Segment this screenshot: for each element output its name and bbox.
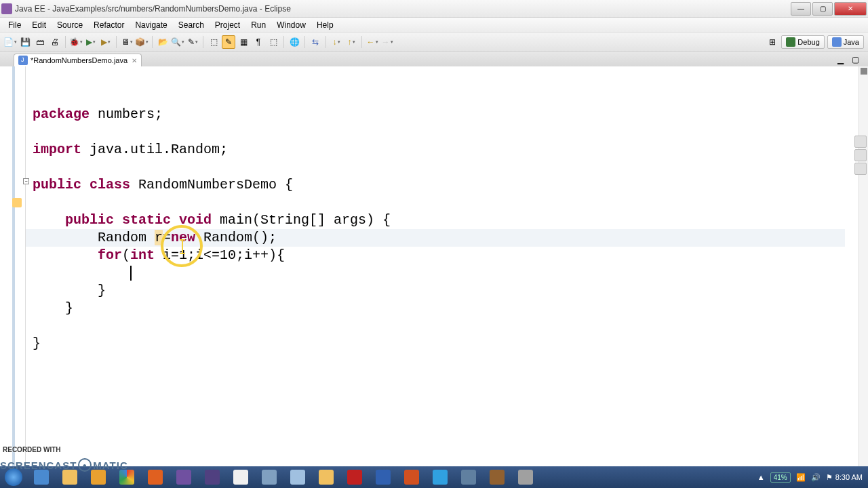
- minimize-view-icon[interactable]: ▁: [833, 53, 847, 66]
- task-app5[interactable]: [512, 468, 539, 487]
- code-text: public: [33, 212, 114, 228]
- menu-help[interactable]: Help: [311, 19, 339, 31]
- perspective-java-label: Java: [844, 38, 859, 46]
- link-button[interactable]: ⇆: [309, 35, 322, 49]
- code-text: r: [155, 230, 163, 245]
- maximize-view-icon[interactable]: ▢: [848, 53, 862, 66]
- close-button[interactable]: [834, 2, 867, 16]
- tab-close-icon[interactable]: ✕: [132, 57, 137, 64]
- warning-marker-icon[interactable]: [12, 198, 22, 207]
- code-text: java.util.Random;: [81, 142, 228, 157]
- editor-tabbar: *RandomNumbersDemo.java ✕ ▁ ▢: [0, 52, 868, 66]
- new-server-button[interactable]: 🖥: [120, 35, 134, 49]
- run-button[interactable]: ▶: [84, 35, 98, 49]
- window-title: Java EE - JavaExamples/src/numbers/Rando…: [15, 4, 789, 14]
- print-button[interactable]: 🖨: [48, 35, 62, 49]
- code-text: }: [33, 283, 106, 298]
- run-last-button[interactable]: ▶: [99, 35, 113, 49]
- code-text: package: [33, 106, 90, 122]
- task-eclipse[interactable]: [170, 468, 197, 487]
- new-button[interactable]: 📄: [3, 35, 17, 49]
- code-text: int: [130, 247, 155, 263]
- open-perspective-button[interactable]: ⊞: [766, 35, 779, 49]
- code-text: public: [33, 177, 81, 192]
- code-text: i=1;i<=10;i++){: [155, 247, 285, 263]
- watermark-line1: RECORDED WITH: [3, 446, 61, 453]
- tray-volume-icon[interactable]: 🔊: [811, 473, 821, 482]
- menu-project[interactable]: Project: [210, 19, 245, 31]
- code-text: import: [33, 142, 81, 157]
- toolbar: 📄 💾 🗃 🖨 🐞 ▶ ▶ 🖥 📦 📂 🔍 ✎ ⬚ ✎ ▦ ¶ ⬚ 🌐 ⇆ ↓ …: [0, 33, 868, 52]
- task-app1[interactable]: [256, 468, 283, 487]
- toggle-mark-button[interactable]: ✎: [222, 35, 235, 49]
- task-folder2[interactable]: [313, 468, 340, 487]
- save-all-button[interactable]: 🗃: [33, 35, 47, 49]
- search-button[interactable]: 🔍: [171, 35, 184, 49]
- tab-label: *RandomNumbersDemo.java: [31, 56, 127, 64]
- tray-network-icon[interactable]: 📶: [796, 473, 806, 482]
- task-app2[interactable]: [284, 468, 311, 487]
- task-app3[interactable]: [455, 468, 482, 487]
- block-select-button[interactable]: ▦: [237, 35, 250, 49]
- show-source-button[interactable]: ⬚: [267, 35, 280, 49]
- code-text: Random: [33, 230, 155, 245]
- task-list-icon[interactable]: [854, 149, 867, 161]
- task-eclipse2[interactable]: [199, 468, 226, 487]
- forward-button[interactable]: →: [380, 35, 394, 49]
- outline-view-icon[interactable]: [854, 136, 867, 148]
- prev-annotation-button[interactable]: ↑: [344, 35, 358, 49]
- overview-thumb[interactable]: [861, 68, 867, 75]
- menu-run[interactable]: Run: [245, 19, 271, 31]
- java-file-icon: [18, 56, 28, 65]
- task-word[interactable]: [370, 468, 397, 487]
- editor-area: − package numbers; import java.util.Rand…: [0, 66, 868, 473]
- code-text: for: [33, 247, 122, 263]
- menu-refactor[interactable]: Refactor: [88, 19, 130, 31]
- perspective-java[interactable]: Java: [827, 35, 864, 49]
- next-annotation-button[interactable]: ↓: [330, 35, 343, 49]
- palette-icon[interactable]: [854, 163, 867, 175]
- toggle-breadcrumb-button[interactable]: ⬚: [207, 35, 220, 49]
- menubar: File Edit Source Refactor Navigate Searc…: [0, 18, 868, 33]
- menu-file[interactable]: File: [3, 19, 26, 31]
- menu-window[interactable]: Window: [271, 19, 311, 31]
- debug-button[interactable]: 🐞: [69, 35, 83, 49]
- task-firefox[interactable]: [142, 468, 169, 487]
- back-button[interactable]: ←: [366, 35, 379, 49]
- perspective-debug[interactable]: Debug: [781, 35, 824, 49]
- text-cursor: [130, 266, 132, 281]
- vertical-ruler[interactable]: −: [0, 66, 26, 473]
- save-button[interactable]: 💾: [18, 35, 32, 49]
- task-acrobat[interactable]: [341, 468, 368, 487]
- menu-edit[interactable]: Edit: [26, 19, 52, 31]
- menu-source[interactable]: Source: [52, 19, 88, 31]
- code-editor[interactable]: package numbers; import java.util.Random…: [26, 66, 859, 473]
- tray-clock[interactable]: 8:30 AM: [835, 473, 863, 481]
- open-type-button[interactable]: 📂: [156, 35, 170, 49]
- tray-arrow-icon[interactable]: ▲: [757, 473, 765, 481]
- menu-search[interactable]: Search: [173, 19, 210, 31]
- tray-battery[interactable]: 41%: [770, 472, 791, 483]
- code-text: Random();: [195, 230, 277, 245]
- task-app4[interactable]: [484, 468, 511, 487]
- task-notepad[interactable]: [227, 468, 254, 487]
- minimize-button[interactable]: [791, 2, 811, 16]
- overview-ruler[interactable]: [859, 66, 868, 473]
- editor-tab[interactable]: *RandomNumbersDemo.java ✕: [14, 54, 142, 66]
- code-text: void: [171, 212, 212, 228]
- perspective-debug-label: Debug: [797, 38, 819, 46]
- web-browser-button[interactable]: 🌐: [288, 35, 301, 49]
- code-text: numbers;: [90, 106, 163, 122]
- system-tray: ▲ 41% 📶 🔊 ⚑ 8:30 AM: [755, 472, 868, 483]
- tray-flag-icon[interactable]: ⚑: [826, 473, 833, 482]
- annotation-button[interactable]: ✎: [186, 35, 199, 49]
- menu-navigate[interactable]: Navigate: [130, 19, 172, 31]
- new-package-button[interactable]: 📦: [135, 35, 149, 49]
- java-icon: [832, 37, 842, 47]
- task-skype[interactable]: [427, 468, 454, 487]
- maximize-button[interactable]: [812, 2, 833, 16]
- windows-taskbar: ▲ 41% 📶 🔊 ⚑ 8:30 AM: [0, 466, 868, 488]
- tray-time-text: 8:30 AM: [835, 473, 863, 481]
- task-powerpoint[interactable]: [398, 468, 425, 487]
- show-whitespace-button[interactable]: ¶: [252, 35, 265, 49]
